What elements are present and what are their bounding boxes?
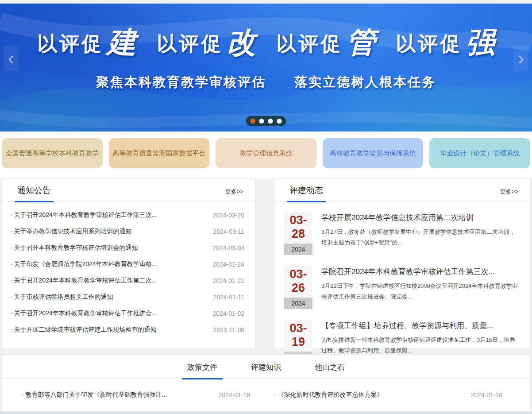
news-item-title[interactable]: 【专项工作组】培养过程、教学资源与利用、质量... [321, 321, 519, 331]
notice-row[interactable]: 关于开展二级学院审核评估评建工作现场检查的通知 2023-11-08 [10, 321, 244, 338]
banner-slogan: 以评促 建 以评促 改 以评促 管 以评促 强 [0, 29, 532, 58]
resource-date: 2024-01-18 [470, 391, 502, 399]
notices-list: 关于召开2024年本科教育教学审核评估工作第三次... 2024-03-20 关… [2, 202, 255, 338]
notice-title[interactable]: 关于召开本科教育教学审核评估培训会的通知 [10, 244, 138, 252]
notices-more-link[interactable]: 更多>> [225, 188, 243, 201]
quick-link-national-undergrad-platform[interactable]: 全国普通高等学校本科教育教学 [2, 138, 103, 168]
notice-title[interactable]: 关于印发《合肥师范学院2024年本科教育教学审核... [10, 260, 157, 268]
carousel-next-button[interactable]: › [513, 46, 528, 71]
tab-lessons-from-others[interactable]: 他山之石 [309, 362, 350, 379]
news-date-monthday: 03-19 [284, 320, 312, 352]
slogan-big-char: 改 [227, 27, 256, 57]
news-date-year: 2024 [284, 298, 312, 309]
tab-evaluation-knowledge[interactable]: 评建知识 [246, 362, 286, 379]
carousel-dot[interactable] [277, 119, 282, 124]
banner-subtitle: 聚焦本科教育教学审核评估 落实立德树人根本任务 [0, 74, 532, 91]
carousel-indicator [246, 116, 286, 126]
news-date-year: 2024 [284, 244, 312, 255]
notice-row[interactable]: 关于审核评估联络员相关工作的通知 2024-01-11 [10, 289, 244, 305]
news-item[interactable]: 03-28 2024 学校开展2024年教学信息技术应用第二次培训 3月27日，… [284, 212, 519, 255]
slogan-prefix: 以评促 [276, 31, 343, 57]
news-item-title[interactable]: 学院召开2024年本科教育教学审核评估工作第三次... [321, 267, 519, 277]
news-item-summary: 3月27日，教务处（教师教学发展中心）开展教学信息技术应用第二次培训，培训主题为… [321, 227, 519, 248]
news-date-block: 03-28 2024 [284, 212, 312, 255]
news-header: 评建动态 更多>> [274, 179, 530, 202]
resource-item[interactable]: 《深化新时代教育评价改革总体方案》 2024-01-18 [268, 391, 530, 399]
banner-wave-decoration [0, 4, 532, 132]
slogan-big-char: 管 [346, 27, 375, 57]
quick-link-monitor-guarantee-system[interactable]: 高校教育教学监测与保障系统 [323, 138, 424, 168]
quick-link-quality-monitor-data-platform[interactable]: 高等教育质量监测国家数据平台 [109, 138, 210, 168]
carousel-dot[interactable] [268, 119, 273, 124]
notice-row[interactable]: 关于印发《合肥师范学院2024年本科教育教学审核... 2024-01-24 [10, 256, 244, 272]
news-body: 学校开展2024年教学信息技术应用第二次培训 3月27日，教务处（教师教学发展中… [321, 212, 519, 255]
news-item-summary: 为扎实推进新一轮本科教育教学审核评估迎评建设准备工作，3月15日，培养过程、教学… [321, 335, 519, 356]
slogan-phrase: 以评促 改 [157, 29, 256, 58]
slogan-prefix: 以评促 [37, 31, 104, 57]
notice-date: 2024-03-11 [213, 228, 244, 235]
news-list: 03-28 2024 学校开展2024年教学信息技术应用第二次培训 3月27日，… [274, 202, 530, 363]
quick-link-thesis-management-system[interactable]: 毕业设计（论文）管理系统 [429, 138, 530, 168]
slogan-phrase: 以评促 建 [37, 29, 136, 58]
news-date-monthday: 03-26 [284, 266, 312, 298]
resources-tabs: 政策文件 评建知识 他山之石 [2, 355, 530, 379]
resource-title[interactable]: 教育部等八部门关于印发《新时代基础教育强师计... [22, 391, 167, 399]
notice-title[interactable]: 关于召开2024年本科教育教学审核评估工作推进会... [10, 310, 157, 317]
slogan-prefix: 以评促 [396, 31, 462, 57]
resource-title[interactable]: 《深化新时代教育评价改革总体方案》 [274, 391, 383, 399]
notice-row[interactable]: 关于召开2024年本科教育教学审核评估工作第三次... 2024-03-20 [10, 207, 244, 223]
notice-date: 2024-03-20 [212, 212, 244, 219]
slogan-big-char: 建 [107, 27, 136, 57]
news-body: 学院召开2024年本科教育教学审核评估工作第三次... 3月22日下午，学院在锦… [321, 266, 519, 309]
footer-strip [0, 411, 532, 414]
news-date-monthday: 03-28 [284, 212, 312, 244]
quick-link-teaching-mis[interactable]: 教学管理信息系统 [216, 138, 316, 168]
quicklinks-row: 全国普通高等学校本科教育教学 高等教育质量监测国家数据平台 教学管理信息系统 高… [2, 138, 530, 168]
notice-date: 2024-03-04 [212, 244, 244, 251]
notice-title[interactable]: 关于审核评估联络员相关工作的通知 [10, 293, 113, 301]
news-date-block: 03-26 2024 [284, 266, 312, 309]
slogan-phrase: 以评促 管 [276, 29, 375, 58]
news-more-link[interactable]: 更多>> [500, 188, 518, 201]
notice-date: 2024-01-21 [212, 277, 244, 284]
notice-date: 2024-01-11 [213, 294, 244, 301]
notice-row[interactable]: 关于召开2024年本科教育教学审核评估工作第二次... 2024-01-21 [10, 272, 244, 289]
carousel-dot[interactable] [251, 119, 255, 124]
slogan-big-char: 强 [466, 27, 495, 57]
notice-title[interactable]: 关于召开2024年本科教育教学审核评估工作第三次... [10, 211, 157, 219]
news-item-summary: 3月22日下午，学院在锦绣校区行知楼2008会议室召开2024年本科教育教学审核… [321, 281, 519, 302]
slogan-phrase: 以评促 强 [396, 29, 495, 58]
notice-date: 2024-01-02 [212, 310, 244, 317]
notices-panel: 通知公告 更多>> 关于召开2024年本科教育教学审核评估工作第三次... 20… [2, 178, 255, 349]
resources-items-row: 教育部等八部门关于印发《新时代基础教育强师计... 2024-01-18 《深化… [2, 379, 530, 399]
notice-title[interactable]: 关于举办教学信息技术应用系列培训的通知 [10, 228, 132, 236]
carousel-prev-button[interactable]: ‹ [4, 46, 19, 71]
page: 以评促 建 以评促 改 以评促 管 以评促 强 聚焦本科教育教学审核评估 落实立… [0, 0, 532, 414]
news-panel: 评建动态 更多>> 03-28 2024 学校开展2024年教学信息技术应用第二… [274, 178, 530, 349]
resources-panel: 政策文件 评建知识 他山之石 教育部等八部门关于印发《新时代基础教育强师计...… [2, 354, 530, 414]
notice-title[interactable]: 关于召开2024年本科教育教学审核评估工作第二次... [10, 277, 157, 285]
resource-date: 2024-01-18 [218, 391, 250, 399]
notice-row[interactable]: 关于召开2024年本科教育教学审核评估工作推进会... 2024-01-02 [10, 305, 244, 321]
slogan-prefix: 以评促 [157, 31, 223, 57]
notice-row[interactable]: 关于召开本科教育教学审核评估培训会的通知 2024-03-04 [10, 240, 244, 256]
chevron-right-icon: › [518, 48, 524, 69]
news-item-title[interactable]: 学校开展2024年教学信息技术应用第二次培训 [321, 213, 519, 223]
banner-carousel: 以评促 建 以评促 改 以评促 管 以评促 强 聚焦本科教育教学审核评估 落实立… [0, 4, 532, 132]
resource-item[interactable]: 教育部等八部门关于印发《新时代基础教育强师计... 2024-01-18 [2, 391, 268, 399]
notice-date: 2024-01-24 [212, 261, 244, 268]
notice-row[interactable]: 关于举办教学信息技术应用系列培训的通知 2024-03-11 [10, 223, 244, 240]
notice-date: 2023-11-08 [213, 326, 244, 333]
tab-policy-documents[interactable]: 政策文件 [182, 362, 223, 379]
carousel-dot[interactable] [259, 119, 264, 124]
news-item[interactable]: 03-26 2024 学院召开2024年本科教育教学审核评估工作第三次... 3… [284, 266, 519, 309]
chevron-left-icon: ‹ [8, 48, 14, 69]
notice-title[interactable]: 关于开展二级学院审核评估评建工作现场检查的通知 [10, 326, 157, 334]
news-title-heading: 评建动态 [287, 185, 326, 202]
notices-title: 通知公告 [15, 185, 54, 202]
notices-header: 通知公告 更多>> [2, 179, 255, 202]
